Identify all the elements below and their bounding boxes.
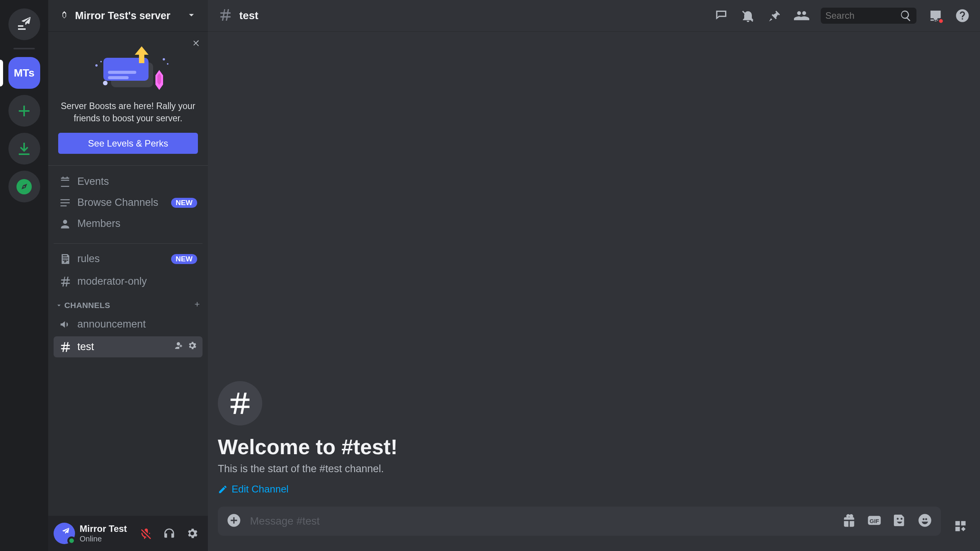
search-icon xyxy=(900,8,912,23)
inbox-unread-dot xyxy=(938,18,944,24)
gift-button[interactable] xyxy=(841,513,857,530)
gif-button[interactable]: GIF xyxy=(867,513,882,530)
hash-icon xyxy=(218,7,233,24)
explore-servers-button[interactable] xyxy=(8,171,40,202)
sidebar-events[interactable]: Events xyxy=(54,171,203,192)
sidebar-divider xyxy=(54,243,203,244)
svg-point-4 xyxy=(103,81,108,85)
add-server-button[interactable] xyxy=(8,95,40,127)
search-input[interactable] xyxy=(825,10,896,21)
server-mirror-test[interactable]: MTs xyxy=(8,57,40,89)
boost-art xyxy=(58,43,198,93)
create-channel-button[interactable] xyxy=(193,300,201,310)
main-area: test Welcome to #test! This is the start… xyxy=(208,0,980,551)
boost-cta-button[interactable]: See Levels & Perks xyxy=(58,133,198,154)
channel-test[interactable]: test xyxy=(54,336,203,357)
channel-announcement[interactable]: announcement xyxy=(54,314,203,335)
svg-rect-2 xyxy=(108,71,136,74)
channel-rules-label: rules xyxy=(77,253,100,265)
user-avatar[interactable] xyxy=(54,523,75,544)
composer-placeholder: Message #test xyxy=(250,515,833,527)
apps-button[interactable] xyxy=(951,517,970,536)
mute-mic-button[interactable] xyxy=(136,523,157,544)
close-boost-card[interactable] xyxy=(192,39,201,49)
welcome-subtitle: This is the start of the #test channel. xyxy=(218,463,970,475)
user-settings-button[interactable] xyxy=(182,523,203,544)
chevron-down-icon xyxy=(55,302,63,309)
channel-header: test xyxy=(208,0,980,32)
hash-icon xyxy=(59,341,72,354)
invite-people-icon[interactable] xyxy=(173,341,183,353)
pencil-icon xyxy=(218,484,228,494)
channel-settings-icon[interactable] xyxy=(187,341,197,353)
hash-icon xyxy=(59,275,72,288)
new-badge: NEW xyxy=(171,198,197,208)
edit-channel-link[interactable]: Edit Channel xyxy=(218,483,970,495)
sidebar-browse-label: Browse Channels xyxy=(77,197,158,209)
sidebar-browse-channels[interactable]: Browse Channels NEW xyxy=(54,192,203,213)
attach-button[interactable] xyxy=(226,513,242,530)
members-icon xyxy=(59,218,71,230)
svg-point-6 xyxy=(100,61,102,62)
edit-channel-label: Edit Channel xyxy=(232,483,289,495)
channel-rules[interactable]: rules NEW xyxy=(54,248,203,269)
server-initials: MTs xyxy=(14,67,34,79)
boost-text: Server Boosts are here! Rally your frien… xyxy=(58,100,198,124)
megaphone-icon xyxy=(59,318,72,331)
svg-point-5 xyxy=(95,64,98,67)
svg-rect-3 xyxy=(108,76,129,79)
category-label: CHANNELS xyxy=(64,301,110,310)
notifications-button[interactable] xyxy=(740,8,756,23)
server-header[interactable]: Mirror Test's server xyxy=(48,0,208,32)
boost-promo-card: Server Boosts are here! Rally your frien… xyxy=(48,32,208,166)
welcome-title: Welcome to #test! xyxy=(218,435,970,459)
channel-sidebar: Mirror Test's server Server Boosts are h… xyxy=(48,0,208,551)
member-list-button[interactable] xyxy=(794,8,809,23)
status-online-dot xyxy=(67,536,76,545)
rail-separator xyxy=(13,48,35,49)
server-name-label: Mirror Test's server xyxy=(75,10,170,22)
svg-text:GIF: GIF xyxy=(870,518,879,524)
sidebar-members-label: Members xyxy=(77,218,121,230)
threads-button[interactable] xyxy=(714,8,729,23)
channel-moderator-only[interactable]: moderator-only xyxy=(54,271,203,292)
svg-point-7 xyxy=(163,58,165,60)
channel-title: test xyxy=(239,10,258,22)
download-apps-button[interactable] xyxy=(8,133,40,165)
new-badge: NEW xyxy=(171,254,197,264)
search-box[interactable] xyxy=(821,8,916,24)
channel-announcement-label: announcement xyxy=(77,318,146,330)
svg-point-8 xyxy=(167,63,168,65)
help-button[interactable] xyxy=(955,8,970,23)
rules-icon xyxy=(59,253,72,266)
chevron-down-icon xyxy=(186,9,197,22)
sidebar-events-label: Events xyxy=(77,176,109,187)
user-name: Mirror Test xyxy=(80,523,127,535)
boost-gem-icon xyxy=(59,10,70,21)
emoji-button[interactable] xyxy=(917,513,933,530)
selected-pill xyxy=(0,60,3,86)
welcome-hash-icon xyxy=(218,381,262,425)
sidebar-members[interactable]: Members xyxy=(54,213,203,234)
chat-body: Welcome to #test! This is the start of t… xyxy=(208,32,980,507)
calendar-icon xyxy=(59,176,71,188)
deafen-button[interactable] xyxy=(159,523,180,544)
category-channels[interactable]: CHANNELS xyxy=(48,293,208,313)
welcome-block: Welcome to #test! This is the start of t… xyxy=(218,381,970,507)
message-composer[interactable]: Message #test GIF xyxy=(218,507,941,536)
user-panel: Mirror Test Online xyxy=(48,516,208,551)
channel-mod-label: moderator-only xyxy=(77,276,147,287)
guild-rail: MTs xyxy=(0,0,48,551)
sticker-button[interactable] xyxy=(892,513,907,530)
pinned-messages-button[interactable] xyxy=(767,8,782,23)
inbox-button[interactable] xyxy=(928,8,943,23)
user-meta[interactable]: Mirror Test Online xyxy=(80,523,127,544)
user-status: Online xyxy=(80,534,127,543)
dm-home-button[interactable] xyxy=(8,8,40,40)
browse-icon xyxy=(59,197,71,209)
channel-test-label: test xyxy=(77,341,94,353)
